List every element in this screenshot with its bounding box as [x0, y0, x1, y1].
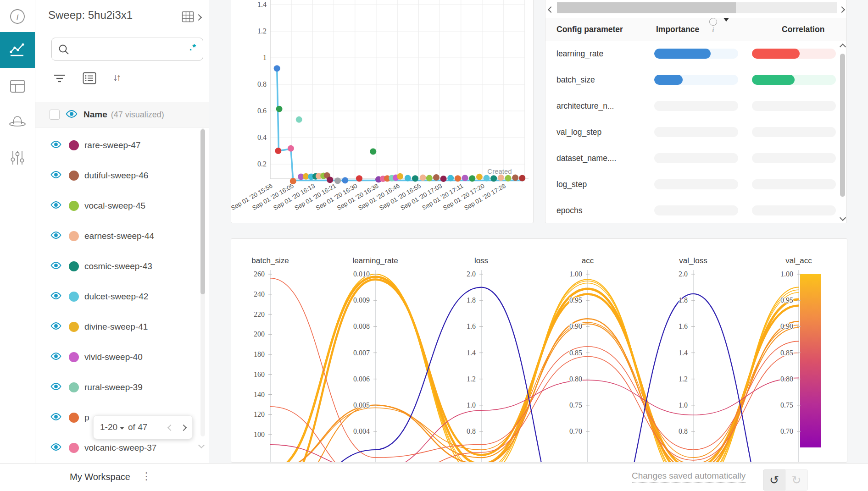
svg-text:0.004: 0.004	[353, 427, 370, 435]
svg-text:1.8: 1.8	[467, 296, 476, 304]
runs-table-button[interactable]	[182, 11, 194, 24]
run-row[interactable]: dutiful-sweep-46	[35, 160, 209, 191]
run-row[interactable]: earnest-sweep-44	[35, 221, 209, 251]
chevron-down-icon	[840, 215, 846, 221]
run-name[interactable]: earnest-sweep-44	[84, 231, 154, 241]
svg-text:240: 240	[254, 290, 265, 298]
expand-table-button[interactable]	[196, 13, 201, 22]
scroll-down-button[interactable]	[199, 441, 204, 449]
svg-text:0.70: 0.70	[780, 427, 793, 435]
run-name[interactable]: vivid-sweep-40	[84, 352, 143, 362]
redo-button[interactable]: ↻	[785, 469, 808, 491]
svg-text:batch_size: batch_size	[251, 256, 289, 265]
config-parameter-column-label: Config parameter	[556, 18, 623, 41]
next-page-button[interactable]	[181, 422, 186, 432]
svg-text:val_acc: val_acc	[785, 256, 812, 265]
run-name[interactable]: rare-sweep-47	[84, 140, 141, 150]
visibility-eye-icon[interactable]	[50, 352, 61, 362]
visibility-eye-icon[interactable]	[50, 261, 61, 271]
runs-list-header: Name (47 visualized)	[35, 102, 209, 127]
run-color-dot	[69, 201, 79, 211]
sort-button[interactable]: ↓↑	[113, 72, 120, 83]
run-name[interactable]: cosmic-sweep-43	[84, 261, 152, 271]
importance-row[interactable]: val_log_step	[545, 119, 846, 145]
svg-text:0.80: 0.80	[569, 375, 582, 383]
scroll-up-button[interactable]	[840, 43, 845, 51]
panels-tab-button[interactable]	[0, 73, 35, 99]
select-all-checkbox[interactable]	[50, 110, 60, 120]
importance-row[interactable]: architecture_n...	[545, 93, 846, 119]
info-button[interactable]: i	[0, 4, 35, 29]
controls-tab-button[interactable]	[0, 145, 35, 171]
prev-page-button[interactable]	[168, 422, 173, 432]
svg-text:0.6: 0.6	[257, 107, 267, 115]
run-row[interactable]: dulcet-sweep-42	[35, 281, 209, 312]
run-name[interactable]: divine-sweep-41	[84, 322, 148, 332]
run-name[interactable]: volcanic-sweep-37	[84, 443, 156, 453]
svg-text:Created: Created	[487, 167, 512, 175]
info-icon[interactable]: i	[709, 18, 717, 26]
display-options-button[interactable]	[83, 72, 96, 86]
run-row[interactable]: divine-sweep-41	[35, 312, 209, 342]
regex-toggle[interactable]: .*	[189, 42, 196, 53]
created-chart[interactable]: 1.41.210.80.60.40.2Sep 01 '20 15:56Sep 0…	[231, 0, 533, 223]
filter-icon	[53, 73, 66, 83]
run-name[interactable]: vocal-sweep-45	[84, 201, 145, 211]
run-name[interactable]: rural-sweep-39	[84, 382, 143, 392]
visibility-eye-icon[interactable]	[50, 140, 61, 150]
visibility-eye-icon[interactable]	[50, 443, 61, 453]
sort-caret-icon[interactable]	[723, 18, 729, 22]
visibility-eye-icon[interactable]	[50, 322, 61, 332]
parameter-name: log_step	[556, 171, 587, 198]
hscroll-thumb[interactable]	[557, 2, 736, 13]
charts-tab-button[interactable]	[0, 32, 35, 68]
search-input[interactable]	[73, 41, 180, 57]
runs-scrollbar-thumb[interactable]	[200, 129, 205, 294]
run-name[interactable]: p	[84, 413, 89, 423]
visibility-eye-icon[interactable]	[50, 292, 61, 302]
importance-row[interactable]: learning_rate	[545, 41, 846, 67]
run-color-dot	[69, 352, 79, 362]
visibility-eye-icon[interactable]	[50, 201, 61, 211]
importance-row[interactable]: dataset_name....	[545, 145, 846, 171]
runs-scrollbar[interactable]	[200, 128, 205, 436]
sweeps-tab-button[interactable]	[0, 108, 35, 134]
svg-text:0.90: 0.90	[569, 322, 582, 330]
svg-text:0.85: 0.85	[780, 349, 793, 357]
run-row[interactable]: cosmic-sweep-43	[35, 251, 209, 281]
parallel-coordinates-chart[interactable]: batch_sizelearning_ratelossaccval_lossva…	[231, 239, 847, 462]
run-name[interactable]: dutiful-sweep-46	[84, 171, 148, 181]
run-row[interactable]: rare-sweep-47	[35, 130, 209, 160]
undo-button[interactable]: ↺	[763, 469, 785, 491]
visibility-eye-icon[interactable]	[50, 171, 61, 181]
importance-row[interactable]: batch_size	[545, 67, 846, 93]
line-chart-icon	[9, 41, 26, 59]
svg-text:1.0: 1.0	[467, 401, 476, 409]
scroll-left-button[interactable]	[549, 6, 553, 14]
visibility-all-icon[interactable]	[66, 110, 78, 120]
svg-text:200: 200	[254, 330, 265, 338]
run-row[interactable]: vocal-sweep-45	[35, 191, 209, 221]
filter-button[interactable]	[53, 73, 66, 85]
run-name[interactable]: dulcet-sweep-42	[84, 292, 148, 302]
svg-text:0.95: 0.95	[780, 296, 793, 304]
run-color-dot	[69, 443, 79, 453]
importance-vertical-scrollbar[interactable]	[839, 42, 846, 223]
run-row[interactable]: rural-sweep-39	[35, 372, 209, 403]
importance-row[interactable]: log_step	[545, 171, 846, 198]
scroll-right-button[interactable]	[840, 6, 844, 14]
run-row[interactable]: vivid-sweep-40	[35, 342, 209, 372]
svg-text:1.2: 1.2	[257, 27, 267, 35]
workspace-footer: My Workspace ⋮ Changes saved automatical…	[0, 463, 868, 491]
importance-row[interactable]: epochs	[545, 198, 846, 224]
visibility-eye-icon[interactable]	[50, 413, 61, 423]
page-range-button[interactable]: 1-20	[100, 422, 124, 432]
workspace-menu-button[interactable]: ⋮	[141, 463, 152, 489]
run-color-dot	[69, 140, 79, 150]
scroll-down-button[interactable]	[840, 214, 845, 222]
importance-horizontal-scrollbar[interactable]	[547, 2, 846, 13]
correlation-bar	[752, 153, 836, 163]
vscroll-thumb[interactable]	[840, 54, 845, 197]
visibility-eye-icon[interactable]	[50, 382, 61, 392]
visibility-eye-icon[interactable]	[50, 231, 61, 241]
